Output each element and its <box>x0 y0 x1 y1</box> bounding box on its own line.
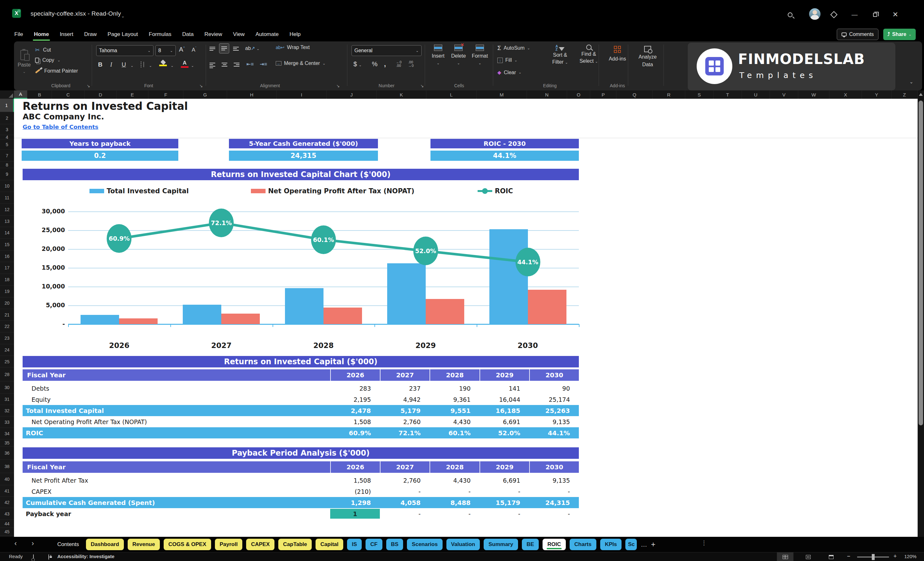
orientation-button[interactable]: ab↗ ⌄ <box>245 45 260 51</box>
menu-tab-data[interactable]: Data <box>177 28 199 40</box>
column-header-M[interactable]: M <box>477 90 527 99</box>
sheet-tab-bs[interactable]: BS <box>386 539 404 550</box>
column-header-D[interactable]: D <box>85 90 117 99</box>
delete-cells-button[interactable]: ✕Delete⌄ <box>449 45 468 65</box>
row-header-30[interactable]: 30 <box>0 381 14 393</box>
italic-button[interactable]: I <box>110 61 112 68</box>
copy-button[interactable]: Copy⌄ <box>35 57 60 63</box>
column-header-N[interactable]: N <box>527 90 567 99</box>
increase-decimal-button[interactable]: ←0.00 <box>396 60 402 68</box>
merge-center-button[interactable]: ↔Merge & Center⌄ <box>276 60 326 66</box>
row-header-13[interactable]: 13 <box>0 216 14 227</box>
row-header-4[interactable]: 4 <box>0 135 14 140</box>
normal-view-button[interactable] <box>777 552 794 561</box>
row-header-44[interactable]: 44 <box>0 520 14 528</box>
sheet-tab-roic[interactable]: ROIC <box>543 539 566 550</box>
row-header-11[interactable]: 11 <box>0 192 14 204</box>
row-header-2[interactable]: 2 <box>0 112 14 124</box>
vertical-scroll-thumb[interactable] <box>919 100 923 425</box>
format-painter-button[interactable]: Format Painter <box>35 68 78 74</box>
align-bottom-button[interactable] <box>233 46 239 52</box>
column-header-W[interactable]: W <box>798 90 830 99</box>
sheet-tab-sc[interactable]: Sc <box>626 539 637 550</box>
row-header-3[interactable]: 3 <box>0 124 14 135</box>
fill-color-chevron[interactable]: ⌄ <box>171 64 174 68</box>
row-header-41[interactable]: 41 <box>0 485 14 496</box>
premium-diamond-icon[interactable] <box>828 9 840 20</box>
sheet-tab-overflow[interactable]: … <box>640 541 647 548</box>
row-header-14[interactable]: 14 <box>0 227 14 239</box>
row-header-10[interactable]: 10 <box>0 180 14 192</box>
accessibility-icon[interactable] <box>48 554 49 560</box>
row-header-25[interactable]: 25 <box>0 356 14 368</box>
clipboard-dialog-launcher[interactable]: ↘ <box>87 83 90 88</box>
fill-color-button[interactable] <box>159 60 167 66</box>
row-header-12[interactable]: 12 <box>0 204 14 216</box>
align-top-button[interactable] <box>210 46 215 52</box>
vertical-scrollbar[interactable] <box>918 90 924 537</box>
decrease-decimal-button[interactable]: .00→0 <box>408 60 414 68</box>
sheet-tab-payroll[interactable]: Payroll <box>215 539 243 550</box>
sheet-tab-cogs-opex[interactable]: COGS & OPEX <box>164 539 211 550</box>
sort-filter-button[interactable]: AZ Sort &Filter ⌄ <box>548 45 573 65</box>
column-header-X[interactable]: X <box>830 90 862 99</box>
percent-style-button[interactable]: % <box>372 60 378 68</box>
row-header-32[interactable]: 32 <box>0 405 14 417</box>
autosum-button[interactable]: ΣAutoSum⌄ <box>497 45 530 52</box>
align-center-button[interactable] <box>222 62 227 68</box>
align-middle-button[interactable] <box>219 43 229 54</box>
column-header-Y[interactable]: Y <box>862 90 891 99</box>
bold-button[interactable]: B <box>98 61 102 68</box>
row-header-9[interactable]: 9 <box>0 168 14 180</box>
row-header-38[interactable]: 38 <box>0 460 14 473</box>
sheet-tab-summary[interactable]: Summary <box>484 539 518 550</box>
share-button[interactable]: ⤴Share⌄ <box>883 28 916 40</box>
clear-button[interactable]: ◆Clear⌄ <box>497 69 522 75</box>
menu-tab-draw[interactable]: Draw <box>79 28 102 40</box>
alignment-dialog-launcher[interactable]: ↘ <box>336 83 340 88</box>
font-dialog-launcher[interactable]: ↘ <box>200 83 203 88</box>
sheet-tab-contents[interactable]: Contents <box>54 539 82 550</box>
font-size-select[interactable]: 8⌄ <box>155 45 176 56</box>
page-break-view-button[interactable] <box>823 552 839 561</box>
increase-font-size-button[interactable]: A^ <box>179 46 185 53</box>
sheet-tab-valuation[interactable]: Valuation <box>446 539 480 550</box>
worksheet[interactable]: Returns on Invested Capital ABC Company … <box>14 99 918 537</box>
scroll-up-arrow[interactable] <box>919 93 923 96</box>
row-header-33[interactable]: 33 <box>0 417 14 428</box>
zoom-in-button[interactable]: + <box>893 553 897 560</box>
page-layout-view-button[interactable] <box>800 552 816 561</box>
column-header-Z[interactable]: Z <box>891 90 918 99</box>
new-sheet-button[interactable]: + <box>651 540 655 549</box>
column-header-G[interactable]: G <box>183 90 227 99</box>
number-dialog-launcher[interactable]: ↘ <box>420 83 424 88</box>
column-header-B[interactable]: B <box>27 90 52 99</box>
sheet-tab-capex[interactable]: CAPEX <box>246 539 274 550</box>
row-header-24[interactable]: 24 <box>0 344 14 356</box>
row-header-7[interactable]: 7 <box>0 150 14 162</box>
row-header-20[interactable]: 20 <box>0 297 14 309</box>
row-header-42[interactable]: 42 <box>0 496 14 508</box>
row-header-16[interactable]: 16 <box>0 250 14 262</box>
increase-indent-button[interactable]: ⇥≡ <box>260 61 267 67</box>
zoom-level[interactable]: 120% <box>904 554 916 559</box>
column-header-V[interactable]: V <box>770 90 798 99</box>
row-header-22[interactable]: 22 <box>0 321 14 332</box>
zoom-slider-thumb[interactable] <box>872 554 874 560</box>
comments-button[interactable]: Comments <box>837 28 879 40</box>
menu-tab-help[interactable]: Help <box>284 28 306 40</box>
column-header-L[interactable]: L <box>426 90 477 99</box>
row-header-18[interactable]: 18 <box>0 274 14 286</box>
row-header-40[interactable]: 40 <box>0 473 14 485</box>
fill-button[interactable]: ↓Fill⌄ <box>497 57 518 63</box>
column-header-F[interactable]: F <box>148 90 183 99</box>
row-header-8[interactable]: 8 <box>0 162 14 168</box>
search-icon[interactable] <box>784 9 796 20</box>
row-header-23[interactable]: 23 <box>0 332 14 344</box>
macro-record-icon[interactable] <box>33 555 34 560</box>
read-only-chevron-icon[interactable]: ⌄ <box>117 11 129 21</box>
menu-tab-home[interactable]: Home <box>28 28 54 40</box>
restore-button[interactable] <box>869 9 881 20</box>
column-header-T[interactable]: T <box>714 90 742 99</box>
sheet-tab-is[interactable]: IS <box>347 539 362 550</box>
